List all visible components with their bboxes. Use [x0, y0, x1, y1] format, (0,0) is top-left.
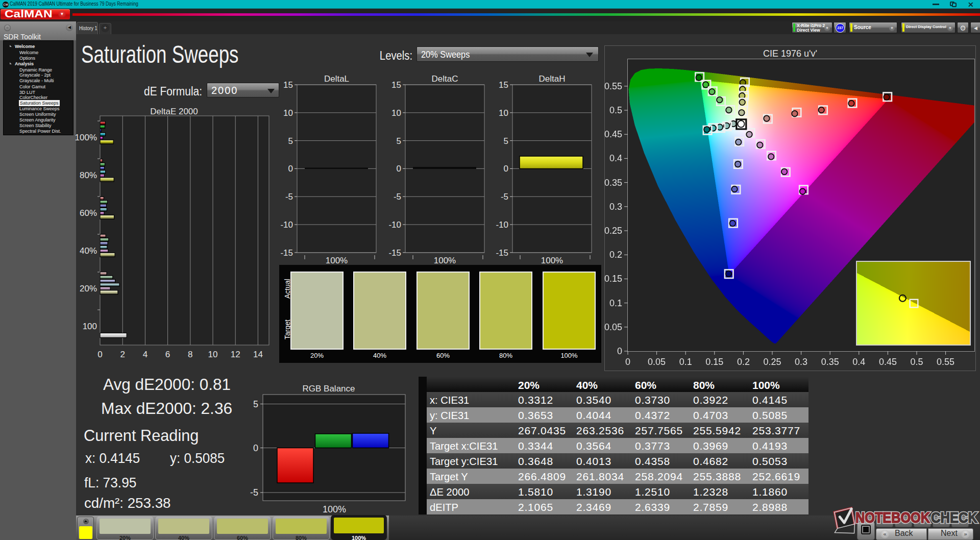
svg-text:0.4: 0.4 — [609, 153, 622, 163]
svg-text:0.5: 0.5 — [609, 105, 622, 115]
svg-text:0.15: 0.15 — [705, 357, 723, 367]
svg-text:-5: -5 — [501, 192, 508, 202]
svg-text:-15: -15 — [388, 248, 401, 258]
svg-text:15: 15 — [391, 80, 401, 90]
svg-text:100%: 100% — [541, 256, 563, 265]
svg-text:-5: -5 — [394, 192, 401, 202]
svg-text:NOTEBOOK: NOTEBOOK — [855, 509, 930, 526]
svg-text:-10: -10 — [388, 220, 401, 230]
svg-text:2: 2 — [120, 350, 125, 359]
svg-text:0.55: 0.55 — [604, 81, 622, 91]
svg-text:100%: 100% — [75, 133, 97, 142]
svg-text:0.25: 0.25 — [763, 357, 781, 367]
svg-text:0: 0 — [504, 164, 508, 174]
svg-text:-15: -15 — [280, 248, 293, 258]
svg-text:0: 0 — [253, 443, 258, 453]
svg-text:DeltaC: DeltaC — [432, 74, 458, 84]
svg-text:0.1: 0.1 — [609, 298, 622, 308]
svg-text:RGB Balance: RGB Balance — [303, 384, 355, 394]
svg-text:0.4: 0.4 — [852, 357, 865, 367]
svg-text:15: 15 — [499, 80, 508, 90]
svg-text:60%: 60% — [80, 208, 97, 218]
svg-text:0: 0 — [617, 346, 622, 356]
svg-text:0.1: 0.1 — [679, 357, 692, 367]
svg-text:0.45: 0.45 — [604, 129, 622, 139]
svg-text:0: 0 — [397, 164, 401, 174]
svg-text:14: 14 — [253, 350, 263, 359]
svg-text:0.2: 0.2 — [737, 357, 750, 367]
svg-text:0.05: 0.05 — [604, 322, 622, 332]
svg-text:10: 10 — [391, 108, 401, 118]
svg-text:-10: -10 — [496, 220, 508, 230]
svg-text:5: 5 — [397, 136, 401, 146]
svg-text:0.3: 0.3 — [795, 357, 807, 367]
svg-text:0.2: 0.2 — [609, 250, 622, 260]
svg-text:0: 0 — [288, 164, 293, 174]
svg-text:6: 6 — [165, 350, 170, 359]
svg-text:0.55: 0.55 — [937, 357, 954, 367]
svg-text:DeltaE 2000: DeltaE 2000 — [150, 107, 198, 116]
svg-text:5: 5 — [253, 399, 258, 409]
svg-text:100%: 100% — [326, 256, 348, 265]
svg-text:100%: 100% — [434, 256, 456, 265]
svg-text:DeltaL: DeltaL — [324, 74, 349, 84]
svg-text:15: 15 — [283, 80, 293, 90]
svg-text:10: 10 — [208, 350, 218, 359]
svg-text:-5: -5 — [285, 192, 293, 202]
svg-text:4: 4 — [143, 350, 148, 359]
svg-text:-15: -15 — [496, 248, 508, 258]
svg-text:10: 10 — [283, 108, 293, 118]
svg-text:10: 10 — [499, 108, 508, 118]
svg-text:0.35: 0.35 — [821, 357, 839, 367]
svg-text:CHECK: CHECK — [931, 509, 977, 526]
svg-text:5: 5 — [504, 136, 508, 146]
svg-text:0.35: 0.35 — [604, 178, 622, 188]
svg-text:5: 5 — [288, 136, 293, 146]
svg-text:80%: 80% — [80, 170, 97, 180]
svg-text:0: 0 — [625, 357, 630, 367]
svg-text:40%: 40% — [80, 246, 97, 256]
svg-text:0.05: 0.05 — [648, 357, 666, 367]
svg-text:8: 8 — [188, 350, 192, 359]
svg-text:100%: 100% — [323, 504, 346, 514]
svg-text:20%: 20% — [80, 284, 97, 293]
svg-text:0.45: 0.45 — [879, 357, 897, 367]
svg-text:DeltaH: DeltaH — [539, 74, 566, 84]
svg-text:0: 0 — [97, 350, 102, 359]
svg-text:0.5: 0.5 — [910, 357, 923, 367]
svg-text:0.15: 0.15 — [604, 274, 622, 284]
svg-text:12: 12 — [231, 350, 240, 359]
svg-text:0.3: 0.3 — [609, 202, 622, 212]
svg-text:-10: -10 — [280, 220, 293, 230]
svg-text:100: 100 — [83, 322, 97, 331]
svg-text:-5: -5 — [250, 487, 258, 498]
svg-text:0.25: 0.25 — [604, 226, 622, 236]
